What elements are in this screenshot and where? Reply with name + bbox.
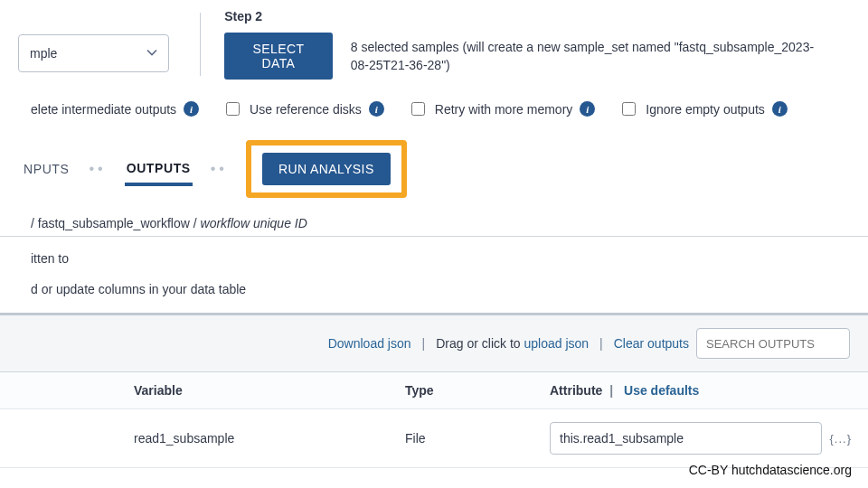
th-attribute: Attribute | Use defaults — [533, 372, 868, 409]
info-icon[interactable]: i — [369, 101, 384, 117]
tab-outputs[interactable]: OUTPUTS — [125, 152, 193, 186]
info-icon[interactable]: i — [580, 101, 595, 117]
outputs-panel: Download json | Drag or click to upload … — [0, 313, 868, 468]
use-defaults-link[interactable]: Use defaults — [624, 383, 699, 398]
run-analysis-button[interactable]: RUN ANALYSIS — [262, 153, 391, 185]
breadcrumb-unique-id: workflow unique ID — [201, 216, 307, 230]
attribute-input[interactable] — [550, 422, 822, 455]
divider — [0, 236, 868, 237]
run-analysis-highlight: RUN ANALYSIS — [246, 140, 407, 198]
checkbox[interactable] — [411, 102, 425, 116]
opt-label: Ignore empty outputs — [646, 102, 765, 117]
outputs-table: Variable Type Attribute | Use defaults r… — [0, 372, 868, 468]
table-header-row: Variable Type Attribute | Use defaults — [0, 372, 868, 409]
opt-delete-intermediate[interactable]: elete intermediate outputs i — [31, 101, 199, 117]
clear-outputs-link[interactable]: Clear outputs — [614, 336, 689, 351]
opt-label: elete intermediate outputs — [31, 102, 176, 117]
opt-retry-memory[interactable]: Retry with more memory i — [408, 99, 595, 118]
tabs-row: NPUTS •• OUTPUTS •• RUN ANALYSIS — [31, 140, 832, 198]
cell-variable: read1_subsample — [118, 409, 389, 468]
divider — [200, 13, 201, 76]
upload-json-link[interactable]: upload json — [524, 336, 589, 351]
info-icon[interactable]: i — [772, 101, 788, 117]
breadcrumb-workflow: fastq_subsample_workflow — [38, 216, 190, 230]
cell-task — [0, 409, 118, 468]
select-data-button[interactable]: SELECT DATA — [224, 33, 333, 80]
th-task — [0, 372, 118, 409]
cell-type: File — [389, 409, 533, 468]
selected-samples-text: 8 selected samples (will create a new sa… — [351, 38, 832, 75]
tab-dots-icon: •• — [89, 161, 106, 177]
opt-reference-disks[interactable]: Use reference disks i — [222, 99, 384, 118]
attribute-menu-icon[interactable]: {...} — [829, 432, 852, 446]
chevron-down-icon — [146, 46, 157, 61]
table-row: read1_subsample File {...} — [0, 409, 868, 468]
outputs-toolbar: Download json | Drag or click to upload … — [0, 315, 868, 372]
upload-json-text: Drag or click to upload json — [436, 336, 589, 351]
th-type: Type — [389, 372, 533, 409]
search-outputs-input[interactable] — [696, 328, 850, 359]
tab-inputs[interactable]: NPUTS — [22, 153, 71, 185]
credit-text: CC-BY hutchdatascience.org — [689, 463, 852, 477]
run-options-row: elete intermediate outputs i Use referen… — [31, 80, 832, 135]
entity-type-dropdown[interactable]: mple — [18, 34, 169, 72]
cell-attribute: {...} — [533, 409, 868, 468]
checkbox[interactable] — [622, 102, 636, 116]
breadcrumb: / fastq_subsample_workflow / workflow un… — [31, 216, 832, 230]
info-icon[interactable]: i — [184, 101, 199, 117]
download-json-link[interactable]: Download json — [328, 336, 411, 351]
dropdown-value: mple — [30, 46, 57, 61]
checkbox[interactable] — [226, 102, 240, 116]
opt-label: Retry with more memory — [435, 102, 572, 117]
outputs-update-cols-text: d or update columns in your data table — [31, 282, 832, 296]
opt-label: Use reference disks — [250, 102, 362, 117]
opt-ignore-empty[interactable]: Ignore empty outputs i — [618, 99, 788, 118]
tab-dots-icon: •• — [211, 161, 228, 177]
step-2-label: Step 2 — [224, 9, 832, 23]
outputs-written-to-text: itten to — [31, 251, 832, 266]
th-variable: Variable — [118, 372, 389, 409]
